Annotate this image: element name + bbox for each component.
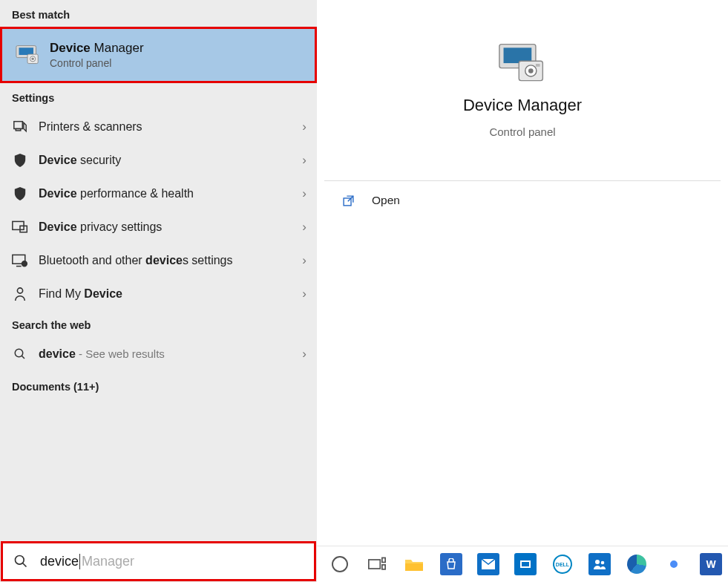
best-match-result[interactable]: Device Manager Control panel (0, 27, 317, 83)
chevron-right-icon: › (292, 287, 317, 301)
chevron-right-icon: › (292, 186, 317, 201)
settings-item[interactable]: Device security› (0, 143, 317, 177)
settings-item-label: Device privacy settings (39, 220, 292, 234)
taskbar-store[interactable] (434, 549, 468, 579)
best-match-text: Device Manager Control panel (50, 41, 144, 69)
settings-item[interactable]: Device performance & health› (0, 177, 317, 210)
preview-subtitle: Control panel (489, 125, 555, 138)
svg-line-14 (22, 356, 24, 359)
search-hint-text: Manager (82, 554, 134, 569)
chevron-right-icon: › (292, 347, 317, 362)
svg-point-11 (22, 261, 27, 266)
settings-item-label: Bluetooth and other devices settings (39, 254, 292, 267)
svg-rect-25 (382, 558, 385, 562)
taskbar-cortana[interactable] (323, 549, 357, 579)
taskbar-word[interactable]: W (694, 549, 728, 579)
settings-item-icon (12, 120, 28, 134)
settings-item-icon (12, 220, 28, 234)
search-icon (13, 554, 30, 569)
svg-line-16 (23, 563, 27, 567)
svg-rect-1 (19, 48, 33, 55)
svg-point-21 (528, 68, 534, 73)
settings-item[interactable]: Printers & scanners› (0, 110, 317, 143)
svg-point-12 (17, 287, 22, 292)
search-icon (12, 347, 28, 361)
svg-rect-6 (16, 128, 21, 130)
svg-rect-22 (536, 64, 540, 67)
open-action[interactable]: Open (317, 181, 728, 220)
settings-item[interactable]: Find My Device› (0, 277, 317, 310)
taskbar-dell[interactable]: DELL (545, 549, 580, 579)
settings-item-icon (12, 254, 28, 267)
preview-panel: Device Manager Control panel Open (317, 0, 728, 582)
svg-rect-24 (369, 560, 380, 569)
device-manager-large-icon (498, 42, 547, 85)
taskbar-mail[interactable] (471, 549, 505, 579)
svg-point-4 (31, 58, 34, 61)
preview-title: Device Manager (463, 96, 582, 115)
section-best-match: Best match (0, 0, 317, 27)
svg-point-29 (595, 560, 600, 564)
taskbar-explorer[interactable] (397, 549, 431, 579)
taskbar-taskview[interactable] (360, 549, 394, 579)
settings-item[interactable]: Device privacy settings› (0, 210, 317, 243)
chevron-right-icon: › (292, 153, 317, 168)
search-typed-text: device (40, 554, 80, 569)
settings-item-label: Find My Device (39, 287, 292, 301)
settings-item-icon (12, 287, 28, 301)
chevron-right-icon: › (292, 253, 317, 268)
settings-item-icon (12, 186, 28, 201)
chevron-right-icon: › (292, 220, 317, 235)
svg-rect-5 (14, 121, 22, 128)
section-documents: Documents (11+) (0, 370, 317, 399)
taskbar: DELL W (317, 546, 728, 582)
search-input[interactable]: device Manager (1, 541, 316, 581)
taskbar-app-blue[interactable] (508, 549, 542, 579)
taskbar-chrome[interactable] (657, 549, 691, 579)
section-settings: Settings (0, 83, 317, 110)
settings-item[interactable]: Bluetooth and other devices settings› (0, 243, 317, 277)
svg-rect-26 (382, 565, 385, 569)
chevron-right-icon: › (292, 120, 317, 134)
open-icon (342, 194, 355, 207)
settings-item-label: Device performance & health (39, 187, 292, 200)
svg-rect-27 (405, 563, 423, 571)
svg-point-30 (601, 561, 605, 565)
search-results-panel: Best match Device Manager Control panel … (0, 0, 317, 582)
device-manager-icon (16, 45, 39, 65)
svg-point-15 (16, 556, 24, 565)
settings-item-label: Device security (39, 154, 292, 167)
taskbar-people[interactable] (583, 549, 617, 579)
settings-item-icon (12, 153, 28, 168)
web-search-result[interactable]: device - See web results › (0, 337, 317, 370)
taskbar-edge[interactable] (620, 549, 654, 579)
section-search-web: Search the web (0, 310, 317, 337)
svg-point-13 (15, 349, 23, 357)
settings-item-label: Printers & scanners (39, 120, 292, 134)
